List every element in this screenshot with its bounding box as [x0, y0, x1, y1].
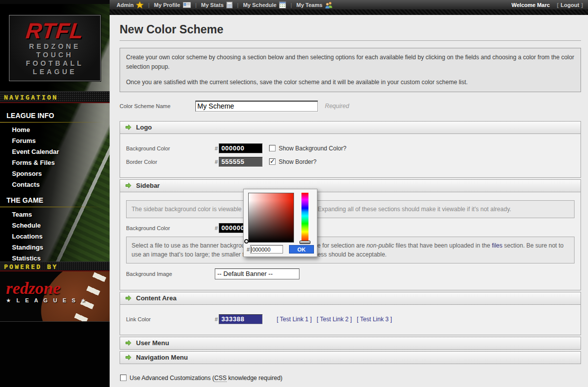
picker-hex-input[interactable]: 000000	[250, 245, 283, 254]
section-user-menu-header[interactable]: User Menu	[120, 337, 581, 350]
green-arrow-icon	[125, 295, 132, 301]
menu-my-profile-label: My Profile	[154, 2, 180, 8]
nav-section-title-league-info: LEAGUE INFO	[0, 111, 110, 121]
hue-slider-handle[interactable]	[299, 241, 310, 244]
css-abbr: CSS	[214, 375, 227, 382]
menu-my-stats-label: My Stats	[201, 2, 224, 8]
banner-image-note: Select a file to use as the banner backg…	[126, 237, 575, 263]
sidebar-bg-note: The sidebar background color is viewable…	[126, 200, 575, 218]
section-navigation-menu-header[interactable]: Navigation Menu	[120, 351, 581, 364]
powered-by-logo-area: redzone ★ L E A G U E S ★	[0, 271, 110, 321]
green-arrow-icon	[125, 182, 132, 189]
calendar-icon	[279, 1, 286, 8]
banner-note-text: files that have been uploaded in the	[394, 242, 492, 249]
menu-admin-label: Admin	[117, 2, 134, 8]
section-sidebar-header[interactable]: Sidebar	[120, 179, 581, 192]
show-border-label: Show Border?	[279, 158, 316, 165]
show-background-color-label: Show Background Color?	[279, 145, 346, 152]
sidebar-item-standings[interactable]: Standings	[0, 242, 110, 253]
section-navigation-menu: Navigation Menu	[120, 351, 581, 364]
green-arrow-icon	[125, 354, 132, 361]
color-scheme-name-input[interactable]	[195, 101, 318, 112]
sidebar-field-background: RTFL REDZONE TOUCH FOOTBALL LEAGUE NAVIG…	[0, 4, 110, 261]
picker-ok-button[interactable]: OK	[289, 245, 314, 254]
logo-background-color-input[interactable]: 000000	[219, 143, 263, 153]
sidebar-item-sponsors[interactable]: Sponsors	[0, 168, 110, 179]
star-icon	[136, 1, 144, 8]
section-navigation-menu-title: Navigation Menu	[136, 354, 188, 361]
link-color-input[interactable]: 333388	[219, 314, 263, 324]
section-content-area-header[interactable]: Content Area	[120, 292, 581, 305]
show-background-color-checkbox[interactable]	[269, 145, 276, 151]
section-user-menu-title: User Menu	[136, 339, 169, 347]
section-content-area-body: Link Color # 333388 [ Test Link 1 ][ Tes…	[120, 305, 581, 335]
menu-separator: |	[148, 2, 149, 8]
menu-admin[interactable]: Admin	[117, 1, 144, 8]
background-image-select[interactable]: -- Default Banner --	[215, 268, 299, 279]
advanced-label-text: knowledge required)	[227, 375, 283, 382]
show-border-checkbox[interactable]	[269, 158, 276, 165]
section-sidebar-title: Sidebar	[136, 182, 160, 189]
menu-my-schedule-label: My Schedule	[243, 2, 277, 8]
section-logo-header[interactable]: Logo	[120, 121, 581, 134]
sidebar-item-schedule[interactable]: Schedule	[0, 220, 110, 231]
color-selection-marker[interactable]	[244, 239, 249, 244]
files-link[interactable]: files	[492, 242, 502, 249]
main-content: New Color Scheme Create your own color s…	[111, 15, 588, 387]
title-rule	[120, 40, 581, 41]
color-gradient-field[interactable]	[248, 193, 294, 243]
hue-slider[interactable]	[301, 193, 308, 241]
color-scheme-name-label: Color Scheme Name	[120, 103, 195, 109]
hash-prefix: #	[215, 159, 218, 165]
logo-border-color-input[interactable]: 555555	[219, 157, 263, 167]
color-picker-popup: # 000000 OK	[243, 189, 317, 257]
test-link-3[interactable]: [ Test Link 3 ]	[357, 316, 392, 323]
text-caret	[251, 247, 252, 253]
menu-my-schedule[interactable]: My Schedule	[243, 1, 286, 8]
picker-bottom-row: # 000000 OK	[247, 245, 314, 254]
logout-bracket: [	[557, 2, 559, 8]
powered-by-band: POWERED BY	[0, 261, 110, 271]
logout-bracket: ]	[581, 2, 583, 8]
sidebar-item-teams[interactable]: Teams	[0, 209, 110, 220]
sidebar-item-locations[interactable]: Locations	[0, 231, 110, 242]
logo-background-color-label: Background Color	[126, 145, 215, 151]
league-logo[interactable]: RTFL REDZONE TOUCH FOOTBALL LEAGUE	[9, 15, 101, 81]
league-logo-line: REDZONE	[9, 42, 100, 51]
picker-hex-value: 000000	[252, 247, 271, 253]
section-logo: Logo Background Color # 000000 Show Back…	[120, 121, 581, 178]
redzone-leagues-logo[interactable]: redzone ★ L E A G U E S ★	[6, 280, 88, 304]
page-title: New Color Scheme	[120, 23, 581, 36]
menu-my-profile[interactable]: My Profile	[154, 2, 191, 8]
menu-my-teams[interactable]: My Teams	[296, 1, 333, 8]
link-color-label: Link Color	[126, 316, 215, 322]
top-menu-bar: Admin | My Profile | My Stats | My Sched…	[110, 0, 588, 9]
test-link-2[interactable]: [ Test Link 2 ]	[317, 316, 352, 323]
sidebar-item-forms-files[interactable]: Forms & Files	[0, 157, 110, 168]
test-links: [ Test Link 1 ][ Test Link 2 ][ Test Lin…	[277, 316, 397, 323]
league-logo-abbr: RTFL	[8, 19, 102, 42]
menu-separator: |	[237, 2, 239, 8]
menu-my-stats[interactable]: My Stats	[201, 1, 233, 8]
league-logo-line: TOUCH	[9, 51, 100, 59]
section-content-area-title: Content Area	[136, 294, 176, 302]
logout-link[interactable]: Logout	[561, 2, 579, 8]
color-scheme-name-row: Color Scheme Name Required	[120, 101, 581, 112]
section-user-menu: User Menu	[120, 337, 581, 350]
sidebar-top-strip	[0, 0, 110, 4]
section-content-area: Content Area Link Color # 333388 [ Test …	[120, 292, 581, 335]
sidebar-item-home[interactable]: Home	[0, 125, 110, 135]
intro-paragraph-2: Once you are satisfied with the current …	[126, 78, 575, 87]
sidebar-item-forums[interactable]: Forums	[0, 135, 110, 146]
sidebar-item-contacts[interactable]: Contacts	[0, 179, 110, 190]
background-image-row: Background Image -- Default Banner --	[126, 268, 575, 279]
sidebar-item-event-calendar[interactable]: Event Calendar	[0, 146, 110, 157]
section-sidebar-body: The sidebar background color is viewable…	[120, 192, 581, 290]
intro-paragraph-1: Create your own color scheme by choosing…	[126, 53, 575, 71]
green-arrow-icon	[125, 340, 132, 346]
banner-note-em: non-public	[366, 242, 394, 249]
advanced-customizations-checkbox[interactable]	[120, 375, 127, 381]
advanced-customizations-label: Use Advanced Customizations (CSS knowled…	[130, 375, 283, 382]
test-link-1[interactable]: [ Test Link 1 ]	[277, 316, 311, 323]
hash-prefix: #	[215, 316, 218, 322]
